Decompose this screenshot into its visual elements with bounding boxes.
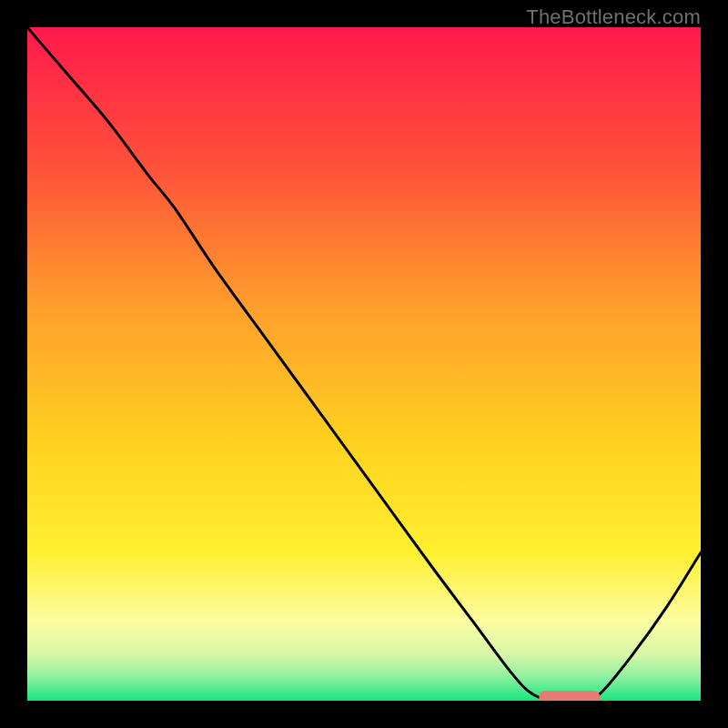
bottleneck-chart (27, 27, 701, 701)
gradient-background (27, 27, 701, 701)
chart-frame (27, 27, 701, 701)
watermark-text: TheBottleneck.com (526, 5, 701, 29)
optimal-marker (539, 691, 600, 701)
